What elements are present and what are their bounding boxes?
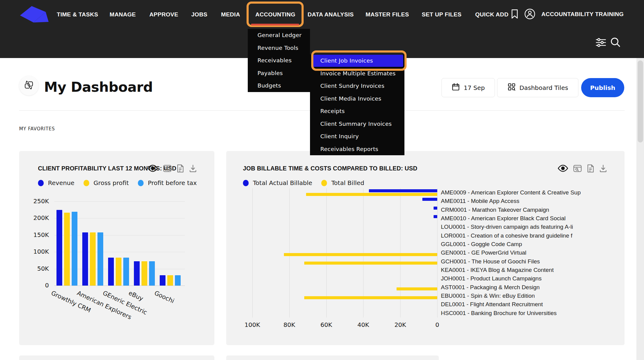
nav-item-time-tasks[interactable]: TIME & TASKS — [57, 11, 98, 18]
job-label: LOU0001 - Story-driven campaign ads feat… — [441, 223, 573, 231]
legend-item-total-billed: Total Billed — [321, 179, 364, 187]
menu-item-budgets[interactable]: Budgets — [248, 79, 310, 92]
menu-item-client-summary-invoices[interactable]: Client Summary Invoices — [310, 118, 404, 130]
y-tick-label: 0 — [45, 282, 49, 289]
job-billable-card: JOB BILLABLE TIME & COSTS COMPARED TO BI… — [226, 151, 625, 345]
x-tick-label: 60K — [320, 321, 332, 328]
preview-tile-icon[interactable] — [163, 164, 172, 173]
menu-item-client-job-invoices[interactable]: Client Job Invoices — [312, 55, 403, 67]
gridline — [54, 201, 185, 202]
bar-gross-profit[interactable] — [116, 258, 121, 286]
hbar-total-billed[interactable] — [306, 193, 437, 196]
scrollbar-thumb[interactable] — [638, 60, 643, 142]
nav-item-set-up-files[interactable]: SET UP FILES — [422, 11, 462, 18]
bar-profit-before-tax[interactable] — [175, 275, 181, 286]
nav-item-manage[interactable]: MANAGE — [110, 11, 136, 18]
bar-revenue[interactable] — [134, 261, 140, 286]
job-label: AME0010 - American Explorer Black Card S… — [441, 214, 566, 223]
app-logo-icon[interactable] — [20, 5, 49, 25]
dashboard-tiles-button[interactable]: Dashboard Tiles — [497, 78, 578, 97]
hbar-total-actual-billable[interactable] — [369, 189, 437, 192]
menu-item-invoice-multiple-estimates[interactable]: Invoice Multiple Estimates — [310, 67, 404, 80]
nav-item-quick-add[interactable]: QUICK ADD — [475, 11, 509, 18]
favorite-tile-stub — [19, 355, 214, 360]
nav-item-approve[interactable]: APPROVE — [149, 11, 178, 18]
menu-item-receivables-reports[interactable]: Receivables Reports — [310, 143, 404, 156]
bar-profit-before-tax[interactable] — [97, 232, 103, 286]
x-category-label: eBuy — [128, 289, 145, 302]
hbar-total-billed[interactable] — [304, 296, 437, 299]
preview-tile-icon[interactable] — [573, 164, 582, 173]
top-nav-bar: TIME & TASKS MANAGE APPROVE JOBS MEDIA A… — [0, 0, 644, 58]
x-category-label: Goochi — [153, 289, 175, 305]
bar-profit-before-tax[interactable] — [72, 212, 77, 286]
menu-item-receivables[interactable]: Receivables — [248, 54, 310, 67]
bar-profit-before-tax[interactable] — [149, 261, 155, 286]
bar-profit-before-tax[interactable] — [123, 258, 129, 286]
menu-item-revenue-tools[interactable]: Revenue Tools — [248, 42, 310, 54]
hbar-total-actual-billable[interactable] — [434, 207, 437, 210]
menu-item-payables[interactable]: Payables — [248, 67, 310, 80]
dashboard-tiles-label: Dashboard Tiles — [520, 84, 568, 91]
bar-gross-profit[interactable] — [141, 261, 147, 286]
hbar-total-actual-billable[interactable] — [422, 198, 437, 201]
filter-icon[interactable] — [595, 37, 607, 49]
x-tick-label: 0 — [435, 321, 439, 328]
accounting-dropdown-menu: General Ledger Revenue Tools Receivables… — [248, 29, 310, 92]
date-picker-button[interactable]: 17 Sep — [441, 78, 495, 97]
job-label: LOR0001 - Creation of a cohesive brand g… — [441, 231, 572, 240]
report-document-icon[interactable] — [176, 164, 184, 173]
page-title: My Dashboard — [44, 79, 153, 95]
legend-dot-total-billed — [321, 180, 327, 186]
menu-item-client-inquiry[interactable]: Client Inquiry — [310, 130, 404, 143]
y-tick-label: 100K — [33, 248, 49, 255]
nav-item-jobs[interactable]: JOBS — [191, 11, 207, 18]
download-icon[interactable] — [189, 164, 197, 173]
publish-button[interactable]: Publish — [581, 78, 624, 97]
hbar-total-actual-billable[interactable] — [434, 215, 437, 218]
bar-revenue[interactable] — [82, 232, 88, 286]
nav-item-media[interactable]: MEDIA — [221, 11, 240, 18]
eye-icon[interactable] — [557, 164, 568, 173]
user-avatar-icon[interactable] — [524, 8, 536, 21]
legend-item-gross-profit: Gross profit — [83, 179, 129, 187]
job-label: JOH0001 - Product Launch Campaigns — [441, 274, 542, 283]
bar-revenue[interactable] — [160, 275, 165, 286]
legend-dot-total-actual-billable — [243, 180, 249, 186]
bar-revenue[interactable] — [56, 210, 62, 286]
legend-label: Total Actual Billable — [253, 179, 312, 187]
download-icon[interactable] — [599, 164, 608, 173]
hbar-total-billed[interactable] — [397, 287, 437, 290]
job-label: AME0009 - American Explorer Content & Cr… — [441, 188, 581, 197]
account-name-label[interactable]: ACCOUNTABILITY TRAINING — [541, 11, 624, 18]
bar-group — [82, 232, 103, 286]
legend-item-revenue: Revenue — [38, 179, 74, 187]
calendar-icon — [451, 83, 460, 93]
bar-gross-profit[interactable] — [90, 232, 96, 286]
profitability-plot: 250K200K150K100K50K0Growthly CRMAmerican… — [54, 201, 185, 286]
hbar-total-billed[interactable] — [304, 262, 437, 265]
bar-gross-profit[interactable] — [64, 213, 70, 286]
bar-revenue[interactable] — [108, 258, 114, 286]
menu-item-general-ledger[interactable]: General Ledger — [248, 29, 310, 42]
search-icon[interactable] — [610, 36, 621, 49]
bar-group — [160, 275, 181, 286]
page-scrollbar[interactable] — [636, 58, 644, 360]
hbar-total-billed[interactable] — [284, 253, 437, 256]
report-document-icon[interactable] — [587, 164, 594, 173]
bookmark-icon[interactable] — [510, 9, 519, 21]
menu-item-client-sundry-invoices[interactable]: Client Sundry Invoices — [310, 80, 404, 92]
job-label: AST0001 - Packaging & Merch Design — [441, 283, 540, 292]
nav-item-master-files[interactable]: MASTER FILES — [366, 11, 409, 18]
job-label: HSC0001 - Banking Brochure for Universit… — [441, 309, 557, 317]
swap-dashboards-icon — [24, 80, 34, 91]
dashboard-switcher-button[interactable] — [19, 76, 39, 95]
nav-item-accounting[interactable]: ACCOUNTING — [255, 11, 295, 18]
bar-gross-profit[interactable] — [167, 275, 173, 286]
eye-icon[interactable] — [147, 164, 158, 173]
x-tick-label: 40K — [357, 321, 369, 328]
menu-item-receipts[interactable]: Receipts — [310, 105, 404, 118]
legend-label: Total Billed — [331, 179, 364, 187]
nav-item-data-analysis[interactable]: DATA ANALYSIS — [308, 11, 354, 18]
menu-item-client-media-invoices[interactable]: Client Media Invoices — [310, 92, 404, 105]
